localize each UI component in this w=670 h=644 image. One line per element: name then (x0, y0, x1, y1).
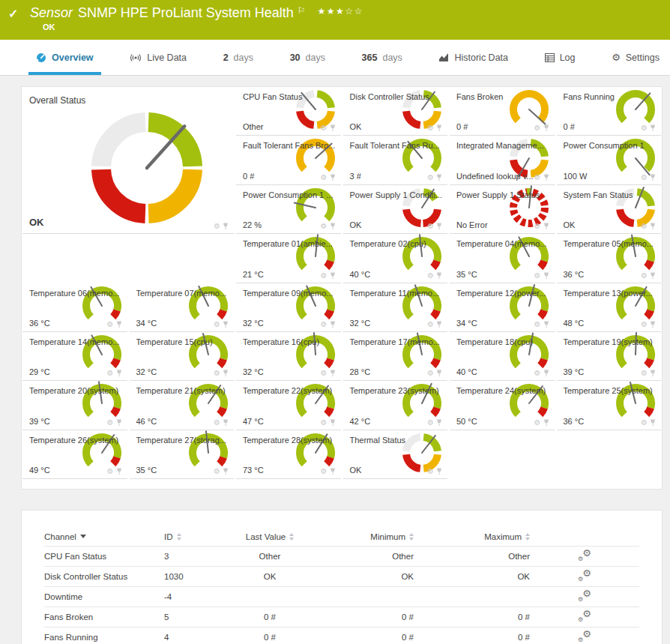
gear-icon[interactable]: ⚙ (641, 223, 648, 230)
gear-icon[interactable]: ⚙ (107, 419, 114, 427)
pin-icon[interactable] (223, 370, 229, 377)
gear-icon[interactable]: ⚙ (427, 370, 434, 377)
sort-desc-icon[interactable] (80, 535, 86, 538)
column-header-channel[interactable]: Channel (44, 532, 86, 541)
gear-icon[interactable]: ⚙ (534, 370, 541, 377)
pin-icon[interactable] (436, 174, 442, 181)
tab-2-days[interactable]: 2days (216, 40, 261, 75)
pin-icon[interactable] (650, 124, 656, 132)
gear-icon[interactable]: ⚙ (534, 223, 541, 230)
gear-icon[interactable]: ⚙ (107, 370, 114, 377)
gear-icon[interactable]: ⚙ (641, 124, 648, 132)
pin-icon[interactable] (436, 272, 442, 280)
pin-icon[interactable] (436, 321, 442, 328)
gear-icon[interactable]: ⚙ (214, 419, 220, 427)
column-header-maximum[interactable]: Maximum (484, 532, 530, 541)
pin-icon[interactable] (330, 321, 336, 328)
gear-icon[interactable]: ⚙ (321, 272, 328, 280)
pin-icon[interactable] (330, 272, 336, 280)
tab-overview[interactable]: Overview (28, 40, 101, 75)
pin-icon[interactable] (650, 321, 656, 328)
gear-icon[interactable]: ⚙ (534, 321, 541, 328)
tab-log[interactable]: Log (537, 40, 583, 75)
column-header-id[interactable]: ID (164, 532, 181, 541)
gear-icon[interactable]: ⚙ (321, 174, 328, 181)
tab-live-data[interactable]: Live Data (122, 40, 194, 75)
pin-icon[interactable] (543, 419, 549, 427)
pin-icon[interactable] (650, 419, 656, 427)
channel-settings-icon[interactable]: ⚙⚙ (578, 610, 591, 622)
column-header-minimum[interactable]: Minimum (370, 532, 414, 541)
gear-icon[interactable]: ⚙ (641, 174, 648, 181)
gear-icon[interactable]: ⚙ (641, 321, 648, 328)
gear-icon[interactable]: ⚙ (641, 370, 648, 377)
pin-icon[interactable] (650, 370, 656, 377)
gear-icon[interactable]: ⚙ (427, 468, 434, 475)
sort-icon[interactable] (177, 533, 181, 541)
gear-icon[interactable]: ⚙ (321, 223, 328, 230)
pin-icon[interactable] (330, 124, 336, 132)
pin-icon[interactable] (650, 272, 656, 280)
sort-icon[interactable] (289, 533, 294, 541)
channel-settings-icon[interactable]: ⚙⚙ (578, 590, 591, 602)
channel-settings-icon[interactable]: ⚙⚙ (578, 550, 591, 562)
tab-historic-data[interactable]: Historic Data (431, 40, 516, 75)
gear-icon[interactable]: ⚙ (534, 124, 541, 132)
gear-icon[interactable]: ⚙ (321, 419, 328, 427)
gear-icon[interactable]: ⚙ (427, 124, 434, 132)
pin-icon[interactable] (223, 223, 229, 230)
pin-icon[interactable] (330, 419, 336, 427)
channel-settings-icon[interactable]: ⚙⚙ (578, 631, 591, 643)
gear-icon[interactable]: ⚙ (214, 468, 220, 475)
pin-icon[interactable] (436, 223, 442, 230)
pin-icon[interactable] (330, 370, 336, 377)
pin-icon[interactable] (436, 419, 442, 427)
gear-icon[interactable]: ⚙ (107, 468, 114, 475)
gear-icon[interactable]: ⚙ (427, 223, 434, 230)
pin-icon[interactable] (223, 321, 229, 328)
pin-icon[interactable] (223, 468, 229, 475)
pin-icon[interactable] (116, 321, 122, 328)
gear-icon[interactable]: ⚙ (534, 272, 541, 280)
column-header-last-value[interactable]: Last Value (246, 532, 295, 541)
pin-icon[interactable] (543, 223, 549, 230)
pin-icon[interactable] (116, 370, 122, 377)
gear-icon[interactable]: ⚙ (427, 321, 434, 328)
channel-settings-icon[interactable]: ⚙⚙ (578, 570, 591, 582)
gear-icon[interactable]: ⚙ (107, 321, 114, 328)
gear-icon[interactable]: ⚙ (214, 223, 220, 230)
gear-icon[interactable]: ⚙ (214, 321, 220, 328)
gear-icon[interactable]: ⚙ (427, 419, 434, 427)
pin-icon[interactable] (330, 468, 336, 475)
pin-icon[interactable] (436, 468, 442, 475)
gear-icon[interactable]: ⚙ (321, 124, 328, 132)
star-rating[interactable]: ★★★☆☆ (318, 5, 363, 17)
pin-icon[interactable] (330, 223, 336, 230)
pin-icon[interactable] (116, 419, 122, 427)
tab-30-days[interactable]: 30days (283, 40, 333, 75)
sort-icon[interactable] (525, 533, 530, 541)
gear-icon[interactable]: ⚙ (641, 419, 648, 427)
gear-icon[interactable]: ⚙ (534, 419, 541, 427)
pin-icon[interactable] (543, 174, 549, 181)
gear-icon[interactable]: ⚙ (321, 468, 328, 475)
gear-icon[interactable]: ⚙ (427, 174, 434, 181)
gear-icon[interactable]: ⚙ (534, 174, 541, 181)
pin-icon[interactable] (543, 370, 549, 377)
pin-icon[interactable] (436, 124, 442, 132)
pin-icon[interactable] (116, 468, 122, 475)
gear-icon[interactable]: ⚙ (321, 321, 328, 328)
pin-icon[interactable] (650, 223, 656, 230)
pin-icon[interactable] (543, 272, 549, 280)
gear-icon[interactable]: ⚙ (641, 272, 648, 280)
gear-icon[interactable]: ⚙ (321, 370, 328, 377)
pin-icon[interactable] (543, 321, 549, 328)
pin-icon[interactable] (223, 419, 229, 427)
tab-settings[interactable]: ⚙Settings (604, 40, 667, 75)
pin-icon[interactable] (330, 174, 336, 181)
tab-365-days[interactable]: 365days (354, 40, 410, 75)
pin-icon[interactable] (650, 174, 656, 181)
flag-icon[interactable]: ⚐ (298, 5, 306, 16)
pin-icon[interactable] (543, 124, 549, 132)
pin-icon[interactable] (436, 370, 442, 377)
